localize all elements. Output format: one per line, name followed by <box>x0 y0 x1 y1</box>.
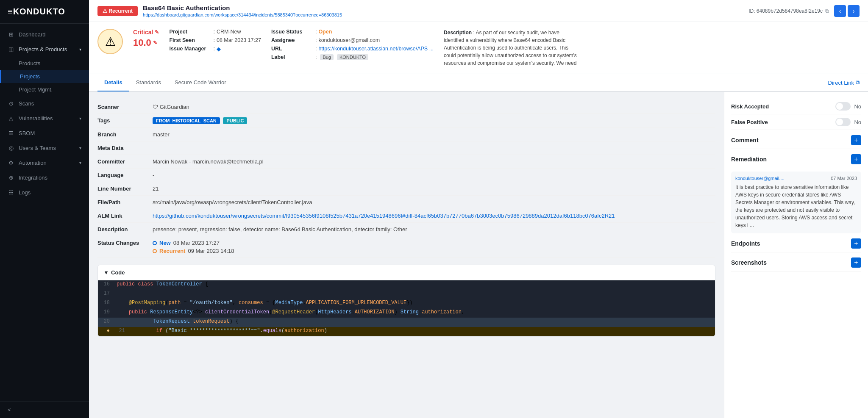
code-line-17: 17 <box>98 290 715 299</box>
metadata-row: Meta Data <box>97 141 715 155</box>
description-row: Description presence: present, regressio… <box>97 223 715 236</box>
topbar: ⚠ Recurrent Base64 Basic Authentication … <box>89 0 868 22</box>
remediation-section-header: Remediation + <box>731 149 861 168</box>
sidebar-item-users-teams[interactable]: ◎ Users & Teams ▾ <box>0 141 89 155</box>
code-line-20: 20 TokenRequest tokenRequest) { <box>98 318 715 327</box>
vulnerabilities-icon: △ <box>8 115 14 122</box>
gitguardian-icon: 🛡 <box>153 104 160 110</box>
comment-card: konduktouser@gmail.... 07 Mar 2023 It is… <box>731 172 861 233</box>
sidebar-item-integrations[interactable]: ⊕ Integrations <box>0 170 89 185</box>
scans-icon: ⊙ <box>8 100 14 107</box>
label-kondukto: KONDUKTO <box>337 54 368 60</box>
language-row: Language - <box>97 169 715 182</box>
next-button[interactable]: › <box>848 5 860 17</box>
status-recurrent-dot <box>153 249 157 253</box>
label-row: Label : Bug KONDUKTO <box>271 54 434 60</box>
severity-score: 10.0 ✎ <box>133 37 159 48</box>
sidebar-item-automation[interactable]: ⚙ Automation ▾ <box>0 155 89 170</box>
committer-row: Committer Marcin Nowak - marcin.nowak@te… <box>97 155 715 169</box>
tag-public: PUBLIC <box>223 117 247 124</box>
status-new-dot <box>153 241 157 245</box>
sidebar-item-vulnerabilities[interactable]: △ Vulnerabilities ▾ <box>0 111 89 126</box>
comment-section-header: Comment + <box>731 130 861 149</box>
risk-accepted-toggle[interactable] <box>835 102 851 111</box>
tab-secure-code-warrior[interactable]: Secure Code Warrior <box>168 74 233 91</box>
sidebar-item-projects-products[interactable]: ◫ Projects & Products ▾ <box>0 42 89 57</box>
dashboard-icon: ⊞ <box>8 31 14 38</box>
sidebar-item-dashboard[interactable]: ⊞ Dashboard <box>0 27 89 42</box>
prev-button[interactable]: ‹ <box>834 5 846 17</box>
project-row: Project : CRM-New <box>169 29 261 35</box>
integrations-icon: ⊕ <box>8 174 14 181</box>
sidebar-item-logs[interactable]: ☷ Logs <box>0 185 89 200</box>
tab-details[interactable]: Details <box>97 74 129 91</box>
severity-icon: ⚠ <box>97 29 123 54</box>
add-remediation-button[interactable]: + <box>851 154 861 164</box>
sidebar-item-scans[interactable]: ⊙ Scans <box>0 96 89 111</box>
incident-title: Base64 Basic Authentication <box>143 4 342 11</box>
sidebar-item-sbom[interactable]: ☰ SBOM <box>0 126 89 141</box>
tabs-section: Details Standards Secure Code Warrior Di… <box>89 74 868 92</box>
edit-severity-icon[interactable]: ✎ <box>155 29 159 35</box>
add-screenshot-button[interactable]: + <box>851 257 861 268</box>
right-panel: Risk Accepted No False Positive No Comme… <box>724 92 868 418</box>
screenshots-section-header: Screenshots + <box>731 252 861 271</box>
code-section: ▾ Code 16 public class TokenController {… <box>97 265 715 337</box>
copy-id-icon[interactable]: ⧉ <box>825 8 829 14</box>
url-row: URL : https://konduktouser.atlassian.net… <box>271 46 434 52</box>
file-path-row: File/Path src/main/java/org/owasp/wrongs… <box>97 196 715 209</box>
sidebar-item-products[interactable]: Products <box>0 57 89 70</box>
status-changes-row: Status Changes New 08 Mar 2023 17:27 Rec… <box>97 236 715 258</box>
incident-id: ID: 64089b72d584798ea8f2e19c ⧉ <box>748 8 829 14</box>
tabs-row: Details Standards Secure Code Warrior Di… <box>89 74 868 91</box>
code-line-18: 18 @PostMapping(path = "/oauth/token", c… <box>98 299 715 308</box>
header-card: ⚠ Critical ✎ 10.0 ✎ Project : CRM-New Fi… <box>89 22 868 74</box>
project-meta: Project : CRM-New First Seen : 08 Mar 20… <box>169 29 261 52</box>
content-body: Scanner 🛡 GitGuardian Tags FROM_HISTORIC… <box>89 92 868 418</box>
detail-panel: Scanner 🛡 GitGuardian Tags FROM_HISTORIC… <box>89 92 724 418</box>
add-endpoint-button[interactable]: + <box>851 238 861 249</box>
edit-score-icon[interactable]: ✎ <box>153 40 157 46</box>
sidebar-collapse-button[interactable]: < <box>0 401 89 418</box>
sidebar-nav: ⊞ Dashboard ◫ Projects & Products ▾ Prod… <box>0 24 89 401</box>
sidebar-item-project-mgmt[interactable]: Project Mgmt. <box>0 83 89 96</box>
chevron-down-icon-3: ▾ <box>79 161 81 165</box>
issue-meta: Issue Status : Open Assignee : konduktou… <box>271 29 434 60</box>
code-line-21: ● 21 if ("Basic ********************==".… <box>98 327 715 336</box>
direct-link-button[interactable]: Direct Link ⧉ <box>828 79 860 86</box>
chevron-down-code-icon: ▾ <box>105 269 108 276</box>
label-bug: Bug <box>320 54 334 60</box>
endpoints-section-header: Endpoints + <box>731 233 861 252</box>
tab-standards[interactable]: Standards <box>129 74 168 91</box>
tags-row: Tags FROM_HISTORICAL_SCAN PUBLIC <box>97 114 715 128</box>
risk-accepted-row: Risk Accepted No <box>731 99 861 114</box>
nav-arrows: ‹ › <box>834 5 860 17</box>
tag-from-historical: FROM_HISTORICAL_SCAN <box>153 117 220 124</box>
logs-icon: ☷ <box>8 189 14 196</box>
severity-critical-label: Critical ✎ <box>133 29 159 36</box>
sidebar-logo: ≡KONDUKTO <box>0 0 89 24</box>
sbom-icon: ☰ <box>8 130 14 136</box>
assignee-row: Assignee : konduktouser@gmail.com <box>271 37 434 43</box>
alm-link[interactable]: https://github.com/konduktouser/wrongsec… <box>153 213 615 219</box>
line-number-row: Line Number 21 <box>97 182 715 196</box>
code-header[interactable]: ▾ Code <box>98 265 715 280</box>
false-positive-toggle[interactable] <box>835 118 851 126</box>
alm-link-row: ALM Link https://github.com/konduktouser… <box>97 209 715 223</box>
code-block: 16 public class TokenController { 17 18 … <box>98 280 715 336</box>
automation-icon: ⚙ <box>8 160 14 166</box>
sidebar: ≡KONDUKTO ⊞ Dashboard ◫ Projects & Produ… <box>0 0 89 418</box>
add-comment-button[interactable]: + <box>851 135 861 145</box>
code-line-19: 19 public ResponseEntity<?> clientCreden… <box>98 308 715 318</box>
chevron-right-icon: ▾ <box>79 116 81 121</box>
branch-row: Branch master <box>97 128 715 141</box>
sidebar-item-projects[interactable]: Projects <box>0 70 89 83</box>
description-block: Description : As part of our security au… <box>444 29 579 67</box>
external-link-icon: ⧉ <box>856 79 860 86</box>
recurrent-badge: ⚠ Recurrent <box>97 6 138 16</box>
code-line-16: 16 public class TokenController { <box>98 280 715 290</box>
projects-icon: ◫ <box>8 46 14 53</box>
chevron-down-icon: ▾ <box>79 47 81 52</box>
incident-url[interactable]: https://dashboard.gitguardian.com/worksp… <box>143 12 342 17</box>
users-icon: ◎ <box>8 145 14 151</box>
